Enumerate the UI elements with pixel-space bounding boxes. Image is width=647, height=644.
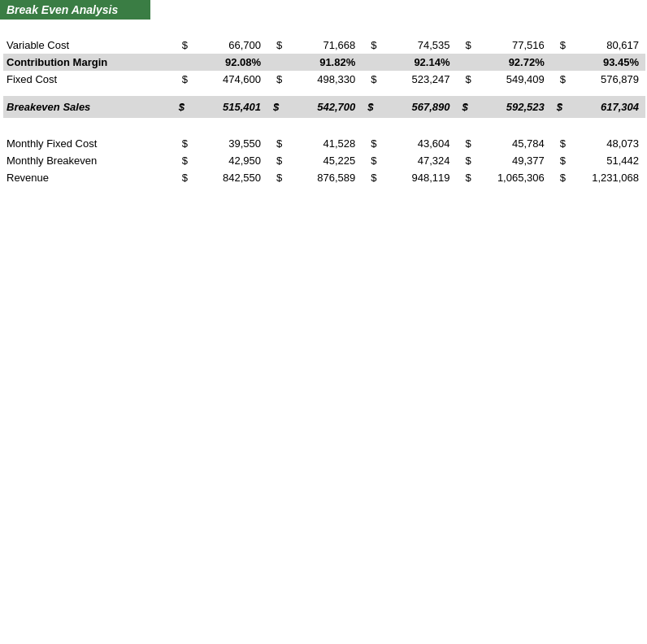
cm-cur-2 xyxy=(267,54,284,71)
table-row: Breakeven Sales $ 515,401 $ 542,700 $ 56… xyxy=(3,96,645,118)
mfc-val-4: 45,784 xyxy=(473,126,551,152)
vc-val-4: 77,516 xyxy=(473,28,551,54)
vc-val-2: 71,668 xyxy=(284,28,362,54)
rev-val-3: 948,119 xyxy=(379,169,457,186)
fc-val-3: 523,247 xyxy=(379,71,457,88)
vc-cur-2: $ xyxy=(267,28,284,54)
vc-cur-1: $ xyxy=(173,28,189,54)
fc-cur-1: $ xyxy=(173,71,189,88)
mfc-cur-4: $ xyxy=(456,126,472,152)
fc-val-4: 549,409 xyxy=(473,71,551,88)
bs-cur-5: $ xyxy=(551,96,567,118)
bs-cur-3: $ xyxy=(362,96,378,118)
table-row: Fixed Cost $ 474,600 $ 498,330 $ 523,247… xyxy=(3,71,645,88)
vc-val-5: 80,617 xyxy=(567,28,645,54)
fc-val-5: 576,879 xyxy=(567,71,645,88)
table-row: Contribution Margin 92.08% 91.82% 92.14%… xyxy=(3,54,645,71)
mfc-cur-1: $ xyxy=(173,126,189,152)
mb-val-3: 47,324 xyxy=(379,152,457,169)
rev-val-5: 1,231,068 xyxy=(567,169,645,186)
bs-val-1: 515,401 xyxy=(189,96,267,118)
mfc-val-5: 48,073 xyxy=(567,126,645,152)
revenue-label: Revenue xyxy=(3,169,173,186)
cm-val-5: 93.45% xyxy=(567,54,645,71)
mfc-val-2: 41,528 xyxy=(284,126,362,152)
fc-val-1: 474,600 xyxy=(189,71,267,88)
rev-cur-1: $ xyxy=(173,169,189,186)
mfc-val-3: 43,604 xyxy=(379,126,457,152)
table-row: Revenue $ 842,550 $ 876,589 $ 948,119 $ … xyxy=(3,169,645,186)
monthly-fixed-cost-label: Monthly Fixed Cost xyxy=(3,126,173,152)
vc-cur-4: $ xyxy=(456,28,472,54)
rev-cur-4: $ xyxy=(456,169,472,186)
cm-cur-3 xyxy=(362,54,378,71)
mb-cur-1: $ xyxy=(173,152,189,169)
contribution-margin-label: Contribution Margin xyxy=(3,54,173,71)
fc-cur-3: $ xyxy=(362,71,378,88)
fixed-cost-label: Fixed Cost xyxy=(3,71,173,88)
rev-cur-5: $ xyxy=(551,169,567,186)
table-row: Monthly Breakeven $ 42,950 $ 45,225 $ 47… xyxy=(3,152,645,169)
rev-val-1: 842,550 xyxy=(189,169,267,186)
table-row: Variable Cost $ 66,700 $ 71,668 $ 74,535… xyxy=(3,28,645,54)
rev-cur-3: $ xyxy=(362,169,378,186)
mb-cur-4: $ xyxy=(456,152,472,169)
mb-val-1: 42,950 xyxy=(189,152,267,169)
vc-val-3: 74,535 xyxy=(379,28,457,54)
bs-cur-1: $ xyxy=(173,96,189,118)
vc-cur-5: $ xyxy=(551,28,567,54)
bs-cur-2: $ xyxy=(267,96,284,118)
bs-val-4: 592,523 xyxy=(473,96,551,118)
rev-val-2: 876,589 xyxy=(284,169,362,186)
cm-cur-4 xyxy=(456,54,472,71)
variable-cost-label: Variable Cost xyxy=(3,28,173,54)
bs-val-3: 567,890 xyxy=(379,96,457,118)
fc-cur-5: $ xyxy=(551,71,567,88)
mb-val-4: 49,377 xyxy=(473,152,551,169)
page: Break Even Analysis Variable Cost $ 66,7… xyxy=(0,0,647,644)
spacer-row xyxy=(3,88,645,96)
vc-val-1: 66,700 xyxy=(189,28,267,54)
cm-val-2: 91.82% xyxy=(284,54,362,71)
breakeven-sales-label: Breakeven Sales xyxy=(3,96,173,118)
bs-val-2: 542,700 xyxy=(284,96,362,118)
monthly-breakeven-label: Monthly Breakeven xyxy=(3,152,173,169)
bs-cur-4: $ xyxy=(456,96,472,118)
cm-val-3: 92.14% xyxy=(379,54,457,71)
break-even-table: Variable Cost $ 66,700 $ 71,668 $ 74,535… xyxy=(3,28,645,186)
mfc-cur-2: $ xyxy=(267,126,284,152)
bs-val-5: 617,304 xyxy=(567,96,645,118)
table-row: Monthly Fixed Cost $ 39,550 $ 41,528 $ 4… xyxy=(3,126,645,152)
fc-cur-4: $ xyxy=(456,71,472,88)
table-wrapper: Variable Cost $ 66,700 $ 71,668 $ 74,535… xyxy=(0,28,647,186)
fc-cur-2: $ xyxy=(267,71,284,88)
mb-cur-2: $ xyxy=(267,152,284,169)
mb-val-2: 45,225 xyxy=(284,152,362,169)
cm-cur-5 xyxy=(551,54,567,71)
cm-val-1: 92.08% xyxy=(189,54,267,71)
cm-val-4: 92.72% xyxy=(473,54,551,71)
spacer-row xyxy=(3,118,645,126)
fc-val-2: 498,330 xyxy=(284,71,362,88)
rev-cur-2: $ xyxy=(267,169,284,186)
vc-cur-3: $ xyxy=(362,28,378,54)
mb-val-5: 51,442 xyxy=(567,152,645,169)
mb-cur-3: $ xyxy=(362,152,378,169)
mb-cur-5: $ xyxy=(551,152,567,169)
mfc-val-1: 39,550 xyxy=(189,126,267,152)
mfc-cur-3: $ xyxy=(362,126,378,152)
mfc-cur-5: $ xyxy=(551,126,567,152)
rev-val-4: 1,065,306 xyxy=(473,169,551,186)
header-title: Break Even Analysis xyxy=(0,0,150,20)
cm-cur-1 xyxy=(173,54,189,71)
